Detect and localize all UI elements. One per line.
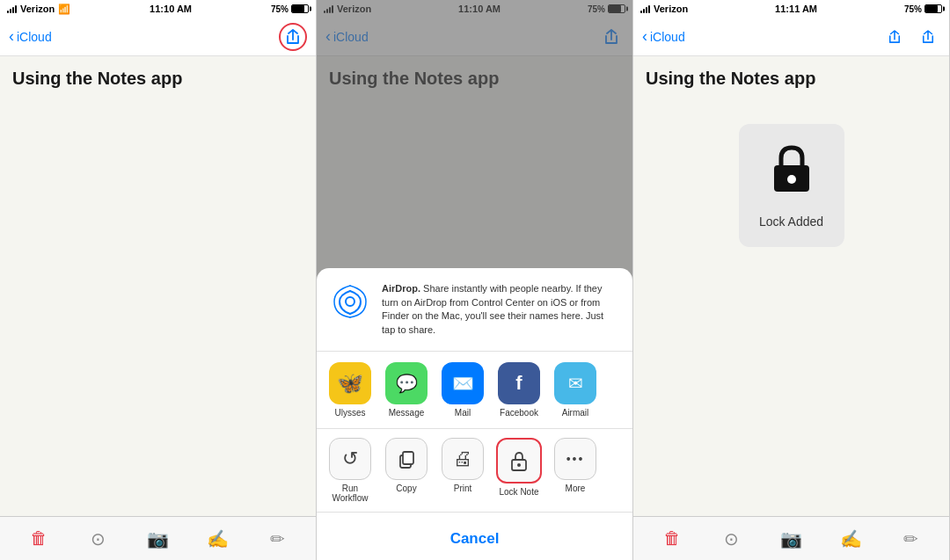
note-content-3: Using the Notes app Lock Added — [633, 56, 949, 516]
more-icon: ••• — [554, 438, 596, 480]
note-content-1: Using the Notes app — [0, 56, 316, 516]
action-item-print[interactable]: 🖨 Print — [436, 438, 489, 493]
facebook-icon: f — [498, 362, 540, 404]
share-button-1[interactable] — [279, 23, 307, 51]
action-item-more[interactable]: ••• More — [549, 438, 602, 493]
signal-icon-3 — [640, 4, 650, 13]
check-icon-1[interactable]: ⊙ — [83, 523, 114, 555]
airdrop-section: AirDrop. Share instantly with people nea… — [317, 268, 632, 352]
time-3: 11:11 AM — [775, 4, 817, 14]
pen-icon-1[interactable]: ✍ — [201, 523, 233, 555]
carrier-1: Verizon — [20, 4, 55, 14]
airdrop-text: AirDrop. Share instantly with people nea… — [382, 282, 618, 337]
svg-point-0 — [346, 297, 354, 306]
battery-pct-1: 75% — [271, 4, 289, 14]
pen-icon-3[interactable]: ✍ — [835, 523, 866, 555]
share-icon-3a — [888, 30, 901, 44]
svg-point-6 — [787, 175, 796, 184]
copy-icon — [385, 438, 428, 480]
more-label: More — [566, 484, 586, 493]
facebook-label: Facebook — [500, 408, 538, 418]
note-title-3: Using the Notes app — [646, 69, 937, 89]
chevron-icon-1: ‹ — [9, 27, 14, 46]
note-title-1: Using the Notes app — [12, 69, 303, 89]
wifi-icon-1: 📶 — [58, 4, 70, 15]
share-button-3b[interactable] — [916, 25, 940, 49]
status-bar-3: Verizon 11:11 AM 75% — [633, 0, 949, 18]
print-icon: 🖨 — [442, 438, 484, 480]
copy-label: Copy — [396, 484, 416, 493]
back-label-1: iCloud — [17, 30, 52, 44]
action-item-workflow[interactable]: ↺ Run Workflow — [324, 438, 376, 503]
share-sheet-overlay: AirDrop. Share instantly with people nea… — [317, 0, 632, 560]
check-icon-3[interactable]: ⊙ — [716, 523, 748, 555]
cancel-button[interactable]: Cancel — [317, 518, 632, 560]
edit-icon-1[interactable]: ✏ — [261, 523, 293, 555]
svg-point-4 — [517, 463, 521, 467]
app-item-facebook[interactable]: f Facebook — [493, 362, 545, 418]
camera-icon-1[interactable]: 📷 — [142, 523, 173, 555]
action-item-lock[interactable]: Lock Note — [493, 438, 545, 497]
airmail-label: Airmail — [562, 408, 589, 418]
mail-label: Mail — [455, 408, 471, 418]
signal-icon-1 — [7, 4, 17, 13]
battery-pct-3: 75% — [904, 4, 922, 14]
lock-added-label: Lock Added — [759, 215, 823, 229]
ulysses-icon: 🦋 — [329, 362, 371, 404]
share-button-3a[interactable] — [882, 25, 907, 49]
share-icon-1 — [286, 29, 300, 45]
battery-icon-1 — [291, 4, 309, 13]
app-item-airmail[interactable]: ✉ Airmail — [549, 362, 602, 418]
print-label: Print — [454, 484, 472, 493]
airdrop-title: AirDrop. — [382, 283, 420, 294]
message-icon: 💬 — [385, 362, 428, 404]
carrier-3: Verizon — [654, 4, 688, 14]
back-label-3: iCloud — [650, 30, 685, 44]
bottom-toolbar-3: 🗑 ⊙ 📷 ✍ ✏ — [633, 516, 949, 560]
action-icons-row: ↺ Run Workflow Copy 🖨 Print — [317, 429, 632, 513]
chevron-icon-3: ‹ — [642, 27, 647, 46]
app-item-mail[interactable]: ✉️ Mail — [436, 362, 489, 418]
nav-bar-1: ‹ iCloud — [0, 18, 316, 56]
status-bar-1: Verizon 📶 11:10 AM 75% — [0, 0, 316, 18]
action-item-copy[interactable]: Copy — [380, 438, 433, 493]
ulysses-label: Ulysses — [334, 408, 365, 418]
airmail-icon: ✉ — [554, 362, 596, 404]
phone-panel-3: Verizon 11:11 AM 75% ‹ iCloud — [633, 0, 950, 560]
app-icons-row: 🦋 Ulysses 💬 Message ✉️ Mail f Facebook ✉ — [317, 352, 632, 429]
share-icon-3b — [922, 30, 934, 44]
bottom-toolbar-1: 🗑 ⊙ 📷 ✍ ✏ — [0, 516, 316, 560]
phone-panel-1: Verizon 📶 11:10 AM 75% ‹ iCloud Using th… — [0, 0, 317, 560]
delete-icon-3[interactable]: 🗑 — [656, 523, 688, 555]
airdrop-icon — [331, 282, 369, 321]
lock-icon-big — [769, 142, 815, 204]
workflow-label: Run Workflow — [324, 484, 376, 503]
lock-added-box: Lock Added — [739, 124, 844, 247]
lock-note-icon — [496, 438, 542, 484]
svg-rect-2 — [403, 452, 413, 464]
nav-bar-3: ‹ iCloud — [633, 18, 949, 56]
edit-icon-3[interactable]: ✏ — [895, 523, 926, 555]
camera-icon-3[interactable]: 📷 — [775, 523, 807, 555]
workflow-icon: ↺ — [329, 438, 371, 480]
lock-note-label: Lock Note — [499, 487, 538, 497]
phone-panel-2: Verizon 11:10 AM 75% ‹ iCloud Using the … — [317, 0, 633, 560]
nav-icons-right-3 — [882, 25, 940, 49]
back-button-3[interactable]: ‹ iCloud — [642, 27, 685, 46]
app-item-message[interactable]: 💬 Message — [380, 362, 433, 418]
battery-icon-3 — [924, 4, 942, 13]
delete-icon-1[interactable]: 🗑 — [23, 523, 55, 555]
time-1: 11:10 AM — [150, 4, 192, 14]
message-label: Message — [389, 408, 425, 418]
mail-icon: ✉️ — [442, 362, 484, 404]
app-item-ulysses[interactable]: 🦋 Ulysses — [324, 362, 376, 418]
back-button-1[interactable]: ‹ iCloud — [9, 27, 52, 46]
share-sheet: AirDrop. Share instantly with people nea… — [317, 268, 632, 560]
